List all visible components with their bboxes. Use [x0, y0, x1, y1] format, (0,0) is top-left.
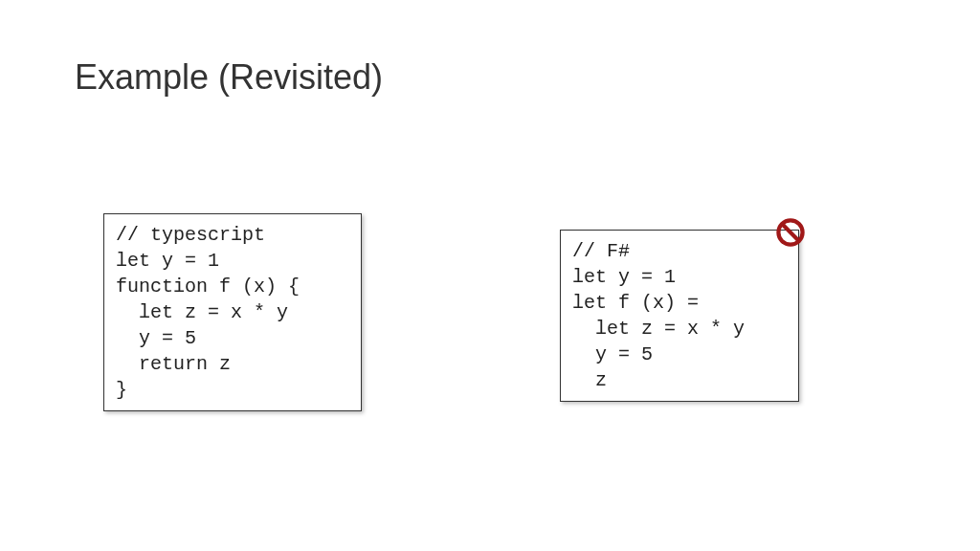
- svg-line-1: [783, 225, 799, 241]
- slide-title: Example (Revisited): [75, 57, 383, 98]
- code-block-typescript: // typescript let y = 1 function f (x) {…: [103, 213, 362, 411]
- code-block-fsharp: // F# let y = 1 let f (x) = let z = x * …: [560, 230, 799, 402]
- prohibited-icon: [776, 218, 805, 247]
